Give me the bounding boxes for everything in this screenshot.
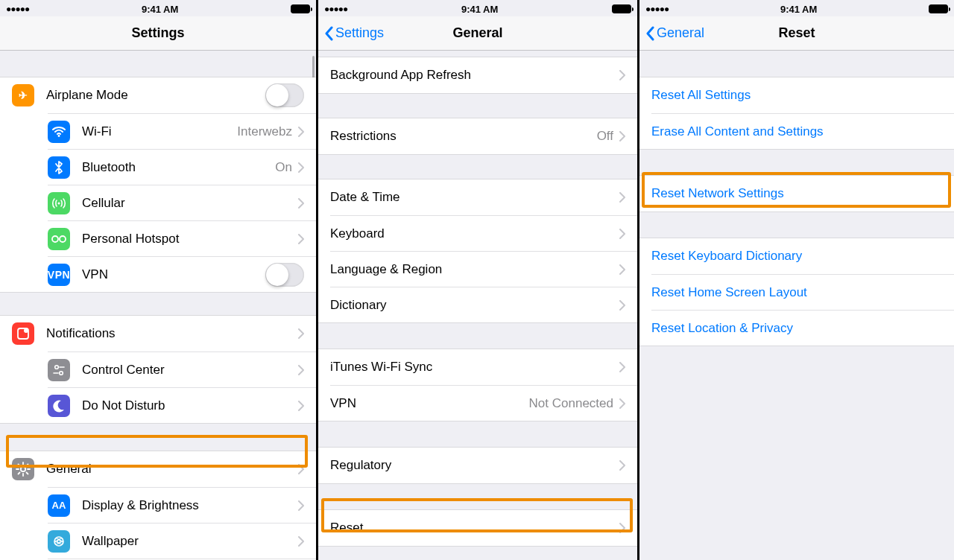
row-airplane-mode[interactable]: ✈︎ Airplane Mode xyxy=(0,77,316,113)
row-notifications[interactable]: Notifications xyxy=(0,316,316,351)
label: Wi-Fi xyxy=(82,124,237,139)
hotspot-icon xyxy=(48,228,70,250)
row-do-not-disturb[interactable]: Do Not Disturb xyxy=(48,387,316,423)
bluetooth-icon xyxy=(48,156,70,179)
label: General xyxy=(46,462,298,477)
group: Restrictions Off xyxy=(318,118,637,155)
chevron-right-icon xyxy=(619,229,625,239)
label: Regulatory xyxy=(330,458,619,473)
chevron-left-icon xyxy=(324,26,333,41)
row-personal-hotspot[interactable]: Personal Hotspot xyxy=(48,220,316,256)
label: iTunes Wi-Fi Sync xyxy=(330,360,619,375)
restrictions-value: Off xyxy=(597,129,613,144)
battery-icon xyxy=(291,4,310,13)
row-general[interactable]: General xyxy=(0,451,316,487)
row-cellular[interactable]: Cellular xyxy=(48,185,316,220)
label: Date & Time xyxy=(330,190,619,205)
battery-icon xyxy=(612,4,631,13)
status-time: 9:41 AM xyxy=(669,4,929,15)
row-date-time[interactable]: Date & Time xyxy=(318,179,637,215)
group-reset-other: Reset Keyboard Dictionary Reset Home Scr… xyxy=(639,238,954,346)
settings-screen: ●●●●● 9:41 AM Settings ✈︎ Airplane Mode … xyxy=(0,0,316,560)
label: Wallpaper xyxy=(82,534,298,549)
nav-bar: General Reset xyxy=(639,16,954,51)
wifi-icon xyxy=(48,121,70,143)
row-erase-all-content[interactable]: Erase All Content and Settings xyxy=(651,113,954,149)
label: VPN xyxy=(82,267,265,282)
row-regulatory[interactable]: Regulatory xyxy=(318,448,637,483)
nav-bar: Settings xyxy=(0,16,316,51)
chevron-right-icon xyxy=(298,162,304,173)
label: Display & Brightness xyxy=(82,498,298,513)
wifi-value: Interwebz xyxy=(237,124,292,139)
notifications-icon xyxy=(12,322,34,345)
group: Background App Refresh xyxy=(318,57,637,94)
vpn-value: Not Connected xyxy=(529,396,613,411)
svg-point-1 xyxy=(58,202,60,204)
chevron-right-icon xyxy=(619,300,625,311)
label: Background App Refresh xyxy=(330,68,619,83)
back-label: General xyxy=(657,25,704,41)
chevron-right-icon xyxy=(298,127,304,137)
chevron-right-icon xyxy=(619,398,625,409)
row-wifi[interactable]: Wi-Fi Interwebz xyxy=(48,113,316,149)
row-keyboard[interactable]: Keyboard xyxy=(330,215,637,251)
signal-dots: ●●●●● xyxy=(324,4,347,14)
nav-bar: Settings General xyxy=(318,16,637,51)
row-dictionary[interactable]: Dictionary xyxy=(330,287,637,322)
label: Keyboard xyxy=(330,226,619,241)
row-restrictions[interactable]: Restrictions Off xyxy=(318,118,637,154)
row-control-center[interactable]: Control Center xyxy=(48,351,316,387)
display-icon: AA xyxy=(48,494,70,517)
label: Restrictions xyxy=(330,129,597,144)
status-time: 9:41 AM xyxy=(29,4,291,15)
group-sync: iTunes Wi-Fi Sync VPN Not Connected xyxy=(318,349,637,421)
airplane-icon: ✈︎ xyxy=(12,84,34,106)
row-background-app-refresh[interactable]: Background App Refresh xyxy=(318,57,637,93)
row-reset-home-screen[interactable]: Reset Home Screen Layout xyxy=(651,274,954,310)
airplane-toggle[interactable] xyxy=(265,83,304,107)
bluetooth-value: On xyxy=(275,160,292,175)
chevron-right-icon xyxy=(298,365,304,375)
dnd-icon xyxy=(48,395,70,417)
row-vpn[interactable]: VPN VPN xyxy=(48,256,316,292)
back-button[interactable]: Settings xyxy=(318,25,384,41)
row-reset-location-privacy[interactable]: Reset Location & Privacy xyxy=(651,310,954,346)
label: Language & Region xyxy=(330,262,619,277)
row-display-brightness[interactable]: AA Display & Brightness xyxy=(48,487,316,523)
label: Erase All Content and Settings xyxy=(651,124,942,139)
group-reset-all: Reset All Settings Erase All Content and… xyxy=(639,77,954,150)
status-bar: ●●●●● 9:41 AM xyxy=(639,0,954,16)
chevron-right-icon xyxy=(298,198,304,209)
chevron-right-icon xyxy=(619,460,625,471)
vpn-toggle[interactable] xyxy=(265,263,304,287)
row-bluetooth[interactable]: Bluetooth On xyxy=(48,149,316,185)
row-vpn[interactable]: VPN Not Connected xyxy=(330,385,637,421)
chevron-right-icon xyxy=(298,500,304,511)
status-bar: ●●●●● 9:41 AM xyxy=(0,0,316,16)
svg-line-18 xyxy=(27,465,28,466)
label: VPN xyxy=(330,396,529,411)
svg-line-15 xyxy=(19,465,20,466)
back-label: Settings xyxy=(335,25,384,41)
chevron-right-icon xyxy=(298,234,304,244)
row-itunes-wifi-sync[interactable]: iTunes Wi-Fi Sync xyxy=(318,349,637,385)
signal-dots: ●●●●● xyxy=(6,4,29,14)
chevron-right-icon xyxy=(619,70,625,80)
label: Bluetooth xyxy=(82,160,275,175)
chevron-right-icon xyxy=(619,131,625,141)
label: Personal Hotspot xyxy=(82,232,298,246)
row-reset-all-settings[interactable]: Reset All Settings xyxy=(639,77,954,113)
reset-screen: ●●●●● 9:41 AM General Reset Reset All Se… xyxy=(639,0,954,560)
row-wallpaper[interactable]: Wallpaper xyxy=(48,523,316,559)
row-language-region[interactable]: Language & Region xyxy=(330,251,637,287)
label: Notifications xyxy=(46,326,298,341)
wallpaper-icon xyxy=(48,530,70,553)
row-reset-keyboard-dictionary[interactable]: Reset Keyboard Dictionary xyxy=(639,238,954,274)
group-general: General AA Display & Brightness Wallpape… xyxy=(0,451,316,560)
back-button[interactable]: General xyxy=(639,25,704,41)
group-notify: Notifications Control Center Do Not Dist… xyxy=(0,315,316,424)
row-reset-network-settings[interactable]: Reset Network Settings xyxy=(639,176,954,211)
label: Cellular xyxy=(82,196,298,211)
row-reset[interactable]: Reset xyxy=(318,510,637,546)
